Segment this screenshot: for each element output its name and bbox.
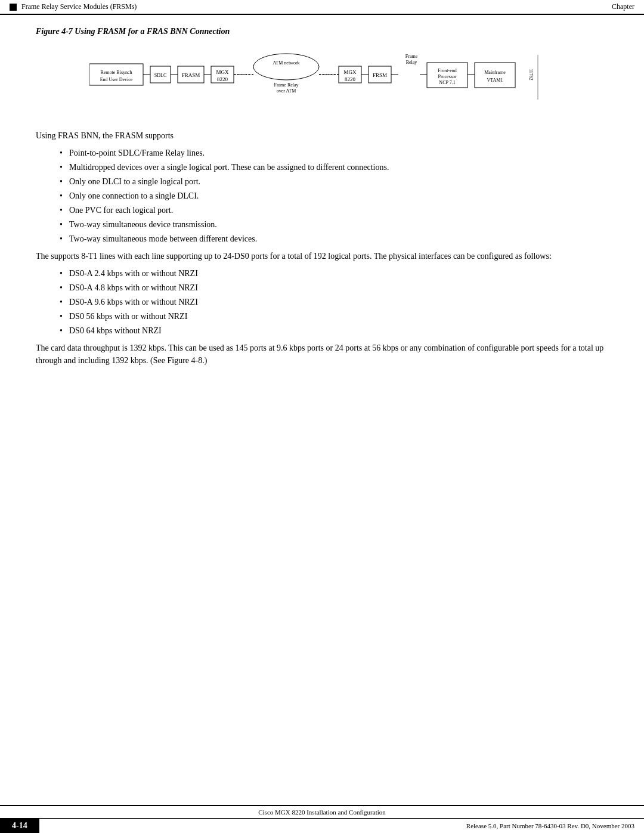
svg-text:SDLC: SDLC [154, 73, 166, 78]
svg-text:over ATM: over ATM [277, 88, 296, 94]
svg-text:Processor: Processor [438, 74, 456, 79]
bullet-item: Point-to-point SDLC/Frame Relay lines. [60, 147, 608, 159]
svg-text:ATM network: ATM network [273, 60, 299, 66]
bullet-item: Multidropped devices over a single logic… [60, 161, 608, 174]
chapter-indicator: Frame Relay Service Modules (FRSMs) [10, 2, 137, 11]
bullet-item: Only one connection to a single DLCI. [60, 190, 608, 202]
top-bar: Frame Relay Service Modules (FRSMs) Chap… [0, 0, 644, 15]
chapter-icon [10, 4, 17, 11]
svg-text:Relay: Relay [406, 60, 417, 65]
page-number: 4-14 [0, 819, 39, 833]
svg-text:8220: 8220 [217, 76, 228, 82]
bullet-item: DS0 64 kbps without NRZI [60, 324, 608, 337]
chapter-label: Chapter [612, 2, 634, 11]
svg-text:Frame: Frame [405, 54, 418, 59]
bullet-item: DS0-A 4.8 kbps with or without NRZI [60, 281, 608, 294]
para2-text: The card data throughput is 1392 kbps. T… [36, 342, 608, 367]
svg-text:MGX: MGX [216, 69, 229, 75]
svg-text:Front-end: Front-end [438, 68, 457, 73]
doc-title: Cisco MGX 8220 Installation and Configur… [258, 809, 386, 816]
bullet-item: Two-way simultaneous device transmission… [60, 218, 608, 231]
bullet-list-1: Point-to-point SDLC/Frame Relay lines. M… [60, 147, 608, 245]
svg-text:NCP 7.1: NCP 7.1 [439, 80, 455, 85]
bottom-bar: Cisco MGX 8220 Installation and Configur… [0, 805, 644, 833]
bullet-item: DS0-A 2.4 kbps with or without NRZI [60, 267, 608, 280]
svg-text:MGX: MGX [343, 69, 357, 75]
release-info: Release 5.0, Part Number 78-6430-03 Rev.… [457, 819, 644, 833]
svg-text:FRASM: FRASM [182, 72, 200, 78]
footer-page-row: 4-14 Release 5.0, Part Number 78-6430-03… [0, 819, 644, 833]
svg-text:8220: 8220 [345, 76, 356, 82]
intro-text: Using FRAS BNN, the FRASM supports [36, 129, 608, 142]
para1-text: The supports 8-T1 lines with each line s… [36, 250, 608, 262]
svg-text:FRSM: FRSM [373, 72, 387, 78]
network-diagram: Remote Bisynch End User Device SDLC FRAS… [89, 46, 555, 112]
svg-text:VTAM1: VTAM1 [487, 78, 503, 83]
bullet-item: Two-way simultaneous mode between differ… [60, 233, 608, 245]
bullet-item: One PVC for each logical port. [60, 204, 608, 216]
svg-text:11762: 11762 [528, 69, 534, 80]
diagram-container: Remote Bisynch End User Device SDLC FRAS… [36, 46, 608, 112]
bullet-item: DS0 56 kbps with or without NRZI [60, 310, 608, 323]
svg-rect-36 [475, 63, 515, 88]
svg-text:Frame Relay: Frame Relay [274, 82, 298, 88]
bullet-item: Only one DLCI to a single logical port. [60, 175, 608, 188]
bullet-list-2: DS0-A 2.4 kbps with or without NRZI DS0-… [60, 267, 608, 337]
svg-text:Remote Bisynch: Remote Bisynch [100, 70, 132, 75]
bullet-item: DS0-A 9.6 kbps with or without NRZI [60, 296, 608, 308]
svg-point-13 [253, 54, 319, 80]
main-content: Figure 4-7 Using FRASM for a FRAS BNN Co… [0, 15, 644, 407]
svg-text:End User Device: End User Device [100, 77, 133, 82]
footer-doc-title-row: Cisco MGX 8220 Installation and Configur… [0, 806, 644, 819]
breadcrumb-text: Frame Relay Service Modules (FRSMs) [21, 2, 137, 11]
svg-text:Mainframe: Mainframe [484, 70, 506, 75]
figure-title: Figure 4-7 Using FRASM for a FRAS BNN Co… [36, 27, 608, 36]
